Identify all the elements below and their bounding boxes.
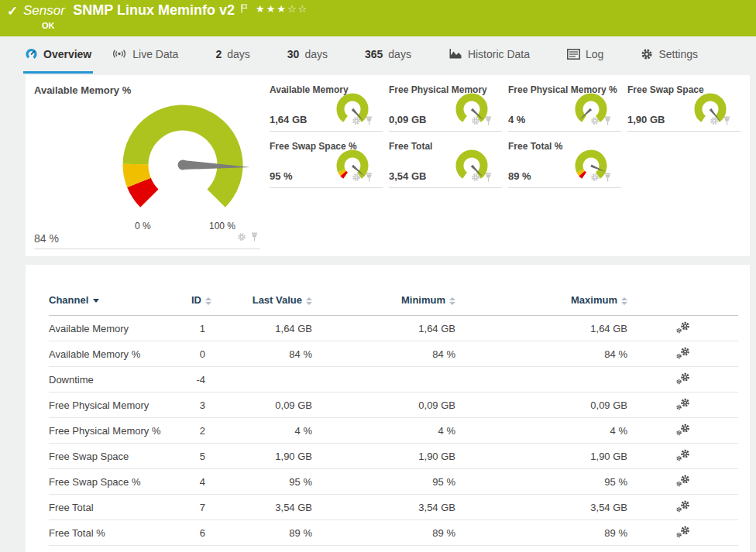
channel-settings-cell — [627, 393, 738, 418]
column-header-channel[interactable]: Channel — [49, 294, 177, 316]
pin-icon[interactable] — [250, 231, 259, 245]
sort-icon — [449, 297, 455, 305]
channel-settings-gears-icon[interactable] — [675, 452, 690, 464]
pin-icon[interactable] — [484, 115, 493, 129]
channel-table-panel: Channel ID Last Value Minimum Maximum Av… — [26, 265, 750, 552]
channel-settings-gears-icon[interactable] — [675, 503, 690, 515]
channel-name-cell: Available Memory — [49, 316, 177, 341]
tab-overview[interactable]: Overview — [23, 36, 93, 74]
maximum-cell: 89 % — [455, 520, 627, 546]
last-value-cell: 4 % — [211, 418, 312, 444]
mini-gauge-grid: Available Memory 1,64 GB Free Physical M… — [270, 84, 741, 188]
column-header-maximum[interactable]: Maximum — [455, 294, 627, 316]
pin-icon[interactable] — [603, 171, 612, 185]
channel-id-cell: 0 — [177, 341, 211, 367]
tab-log[interactable]: Log — [565, 36, 605, 74]
tab-bar: Overview Live Data 2days 30days 365days … — [0, 36, 756, 74]
mini-gauge-panel[interactable]: Free Physical Memory 0,09 GB — [389, 84, 502, 132]
gear-icon[interactable] — [352, 171, 361, 185]
pin-icon[interactable] — [723, 115, 731, 129]
gauge-value: 0,09 GB — [389, 114, 426, 125]
channel-settings-cell — [627, 367, 738, 393]
channel-id-cell: 4 — [177, 469, 211, 495]
mini-gauge-panel[interactable]: Free Total 3,54 GB — [389, 141, 502, 188]
status-badge: OK — [42, 21, 55, 30]
channel-name-cell: Downtime — [49, 367, 177, 393]
minimum-cell — [312, 367, 455, 393]
channel-settings-gears-icon[interactable] — [675, 427, 690, 438]
gear-icon[interactable] — [352, 115, 361, 129]
channel-id-cell: 3 — [177, 393, 211, 418]
channel-settings-gears-icon[interactable] — [675, 401, 690, 413]
gear-icon[interactable] — [471, 171, 480, 185]
last-value-cell: 89 % — [211, 520, 312, 546]
live-data-icon — [112, 48, 127, 60]
last-value-cell: 1,64 GB — [211, 316, 312, 341]
pin-icon[interactable] — [365, 115, 373, 129]
tab-label: Historic Data — [468, 48, 530, 60]
gear-icon — [641, 48, 653, 60]
channel-id-cell: 7 — [177, 495, 211, 520]
minimum-cell: 95 % — [312, 469, 455, 495]
sort-icon — [205, 297, 211, 305]
gauge-title: Free Total — [389, 141, 432, 152]
table-row: Free Physical Memory 3 0,09 GB 0,09 GB 0… — [49, 393, 738, 418]
channel-settings-gears-icon[interactable] — [675, 478, 690, 489]
sensor-status-header: ✓ Sensor SNMP Linux Meminfo v2 ★★★☆☆ OK — [0, 0, 756, 36]
table-row: Free Physical Memory % 2 4 % 4 % 4 % — [49, 418, 738, 444]
tab-label: Overview — [43, 48, 91, 60]
gear-icon[interactable] — [590, 171, 600, 185]
gauge-value: 84 % — [34, 232, 59, 245]
channel-settings-gears-icon[interactable] — [675, 350, 690, 362]
channel-id-cell: 1 — [177, 316, 211, 341]
maximum-cell: 1,90 GB — [455, 444, 627, 469]
pin-icon[interactable] — [484, 171, 493, 185]
channel-id-cell: 5 — [177, 444, 211, 469]
channel-settings-cell — [627, 444, 738, 469]
gear-icon[interactable] — [237, 231, 246, 245]
page-title: SNMP Linux Meminfo v2 — [73, 2, 235, 18]
pin-icon[interactable] — [603, 115, 612, 129]
channel-settings-gears-icon[interactable] — [675, 529, 690, 540]
object-type-label: Sensor — [23, 3, 65, 18]
table-header-row: Channel ID Last Value Minimum Maximum — [49, 294, 738, 316]
gauge-scale-max: 100 % — [209, 221, 235, 231]
gear-icon[interactable] — [590, 115, 600, 129]
channel-settings-cell — [627, 495, 738, 520]
channel-settings-gears-icon[interactable] — [675, 324, 690, 336]
tab-live-data[interactable]: Live Data — [110, 36, 180, 74]
tab-30-days[interactable]: 30days — [286, 36, 329, 74]
mini-gauge-panel[interactable]: Free Total % 89 % — [508, 141, 621, 188]
flag-icon[interactable] — [241, 2, 248, 16]
tab-historic-data[interactable]: Historic Data — [447, 36, 531, 74]
minimum-cell: 1,64 GB — [312, 316, 455, 341]
priority-stars[interactable]: ★★★☆☆ — [256, 3, 308, 15]
table-row: Free Swap Space 5 1,90 GB 1,90 GB 1,90 G… — [49, 444, 738, 469]
status-check-icon: ✓ — [7, 3, 18, 19]
channel-settings-gears-icon[interactable] — [675, 375, 690, 387]
maximum-cell: 4 % — [455, 418, 627, 444]
channel-settings-cell — [627, 316, 738, 341]
last-value-cell: 84 % — [211, 341, 312, 367]
column-header-id[interactable]: ID — [177, 294, 211, 316]
primary-channel-gauge[interactable]: Available Memory % 0 % 100 % 84 % — [34, 83, 260, 249]
pin-icon[interactable] — [365, 171, 373, 185]
tab-label: Log — [586, 48, 603, 60]
gear-icon[interactable] — [710, 115, 719, 129]
mini-gauge-panel[interactable]: Free Swap Space % 95 % — [270, 141, 383, 188]
column-header-last-value[interactable]: Last Value — [211, 294, 312, 316]
mini-gauge-panel[interactable]: Available Memory 1,64 GB — [270, 84, 383, 132]
mini-gauge-panel[interactable]: Free Swap Space 1,90 GB — [627, 84, 741, 132]
minimum-cell: 1,90 GB — [312, 444, 455, 469]
mini-gauge-panel[interactable]: Free Physical Memory % 4 % — [508, 84, 621, 132]
maximum-cell: 1,64 GB — [455, 316, 627, 341]
column-header-minimum[interactable]: Minimum — [312, 294, 455, 316]
channel-name-cell: Free Swap Space — [49, 444, 177, 469]
table-row: Free Swap Space % 4 95 % 95 % 95 % — [49, 469, 738, 495]
tab-2-days[interactable]: 2days — [214, 36, 251, 74]
tab-365-days[interactable]: 365days — [363, 36, 413, 74]
gauge-value: 1,64 GB — [270, 114, 307, 125]
gauge-value: 1,90 GB — [627, 114, 665, 125]
tab-settings[interactable]: Settings — [639, 36, 699, 74]
gear-icon[interactable] — [471, 115, 480, 129]
